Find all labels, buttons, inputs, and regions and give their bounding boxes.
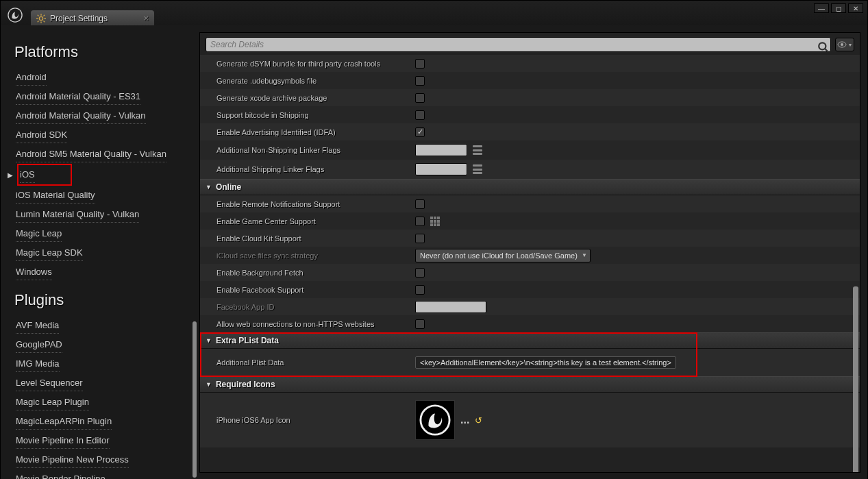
row-label: Support bitcode in Shipping	[200, 111, 412, 119]
row-label: Generate dSYM bundle for third party cra…	[200, 60, 412, 68]
array-edit-icon[interactable]	[473, 145, 482, 155]
section-extra-plist[interactable]: ▼ Extra PList Data	[200, 332, 860, 349]
sidebar-item[interactable]: Magic Leap	[16, 225, 62, 242]
section-online-label: Online	[216, 182, 241, 192]
app-icon-preview[interactable]	[415, 400, 455, 440]
sidebar-item-ios[interactable]: iOS	[20, 167, 35, 183]
text-input[interactable]	[415, 301, 486, 313]
sidebar-heading-platforms: Platforms	[14, 43, 193, 61]
row-label: Enable Advertising Identified (IDFA)	[200, 128, 412, 136]
sidebar-item[interactable]: Magic Leap SDK	[16, 245, 83, 261]
checkbox[interactable]	[415, 234, 425, 243]
svg-line-6	[38, 15, 39, 16]
chevron-right-icon: ▶	[8, 171, 13, 179]
section-icons-label: Required Icons	[216, 380, 275, 389]
row-label: Additional Shipping Linker Flags	[200, 165, 412, 173]
project-settings-window: Project Settings × — ◻ ✕ Platforms Andro…	[0, 0, 868, 479]
checkbox[interactable]	[415, 59, 425, 69]
gear-icon	[36, 14, 46, 23]
sidebar-item[interactable]: Magic Leap Plugin	[16, 394, 89, 410]
close-button[interactable]: ✕	[848, 3, 863, 13]
text-input[interactable]	[415, 144, 467, 156]
sidebar-item[interactable]: Movie Pipeline New Process	[16, 452, 129, 468]
svg-line-7	[44, 21, 45, 23]
titlebar: Project Settings × — ◻ ✕	[1, 1, 867, 25]
row-label: Allow web connections to non-HTTPS websi…	[200, 320, 412, 328]
checkbox[interactable]	[415, 319, 425, 329]
sidebar-item[interactable]: Android Material Quality - Vulkan	[16, 108, 146, 124]
triangle-down-icon: ▼	[206, 184, 212, 191]
svg-point-14	[421, 406, 449, 434]
svg-line-9	[44, 15, 45, 16]
row-label: iCloud save files sync strategy	[200, 251, 412, 260]
tab-close-button[interactable]: ×	[143, 13, 149, 23]
details-panel: ▼ Generate dSYM bundle for third party c…	[199, 32, 860, 473]
sidebar-item[interactable]: Android	[16, 69, 47, 86]
grid-icon[interactable]	[430, 217, 440, 226]
maximize-button[interactable]: ◻	[831, 3, 846, 13]
checkbox[interactable]	[415, 110, 425, 120]
array-edit-icon[interactable]	[473, 164, 482, 174]
browse-button[interactable]: ...	[460, 414, 469, 426]
row-label: Enable Facebook Support	[200, 286, 412, 294]
sidebar-item[interactable]: Level Sequencer	[16, 375, 83, 391]
reset-icon[interactable]: ↺	[475, 415, 482, 426]
row-label: Generate xcode archive package	[200, 94, 412, 102]
section-required-icons[interactable]: ▼ Required Icons	[200, 376, 860, 393]
view-options-dropdown[interactable]: ▼	[835, 38, 854, 51]
row-label: iPhone iOS6 App Icon	[200, 416, 412, 424]
sidebar-item[interactable]: Android Material Quality - ES31	[16, 88, 140, 105]
sidebar-item[interactable]: Android SM5 Material Quality - Vulkan	[16, 146, 166, 162]
dropdown[interactable]: Never (do not use iCloud for Load/Save G…	[415, 249, 591, 262]
svg-point-10	[819, 42, 826, 49]
sidebar-item[interactable]: GooglePAD	[16, 336, 62, 353]
svg-point-13	[841, 43, 843, 46]
search-icon	[817, 41, 830, 53]
sidebar-item[interactable]: Lumin Material Quality - Vulkan	[16, 206, 139, 223]
eye-icon	[837, 41, 847, 48]
checkbox[interactable]	[415, 93, 425, 103]
sidebar: Platforms AndroidAndroid Material Qualit…	[1, 25, 199, 479]
triangle-down-icon: ▼	[206, 337, 212, 344]
checkbox[interactable]	[415, 199, 425, 209]
checkbox[interactable]	[415, 217, 425, 226]
row-label: Additional Plist Data	[200, 358, 412, 367]
row-label: Generate .udebugsymbols file	[200, 77, 412, 85]
sidebar-item[interactable]: AVF Media	[16, 317, 59, 334]
text-input[interactable]	[415, 163, 467, 175]
svg-line-11	[825, 49, 828, 52]
minimize-button[interactable]: —	[814, 3, 829, 13]
row-label: Enable Game Center Support	[200, 217, 412, 225]
row-label: Enable Background Fetch	[200, 269, 412, 277]
svg-point-1	[39, 16, 42, 20]
sidebar-item[interactable]: IMG Media	[16, 356, 60, 372]
checkbox[interactable]	[415, 268, 425, 278]
svg-point-0	[8, 8, 22, 22]
section-plist-label: Extra PList Data	[216, 336, 279, 345]
row-label: Additional Non-Shipping Linker Flags	[200, 146, 412, 154]
sidebar-item[interactable]: MagicLeapARPin Plugin	[16, 413, 112, 430]
details-scrollbar[interactable]	[853, 286, 858, 472]
triangle-down-icon: ▼	[206, 381, 212, 388]
sidebar-item[interactable]: Windows	[16, 264, 52, 280]
search-input[interactable]	[206, 37, 831, 52]
tab-label: Project Settings	[50, 14, 108, 23]
window-buttons: — ◻ ✕	[814, 3, 863, 13]
section-online[interactable]: ▼ Online	[200, 179, 860, 195]
chevron-down-icon: ▼	[848, 42, 853, 47]
row-label: Enable Cloud Kit Support	[200, 234, 412, 243]
sidebar-item[interactable]: iOS Material Quality	[16, 187, 95, 204]
plist-data-input[interactable]: <key>AdditionalElement</key>\n<string>th…	[415, 356, 676, 369]
checkbox[interactable]	[415, 127, 425, 137]
sidebar-scrollbar[interactable]	[193, 321, 197, 478]
row-label: Facebook App ID	[200, 303, 412, 311]
unreal-logo-icon	[5, 5, 25, 25]
sidebar-item[interactable]: Movie Pipeline In Editor	[16, 432, 110, 449]
checkbox[interactable]	[415, 76, 425, 86]
sidebar-item[interactable]: Android SDK	[16, 127, 67, 143]
sidebar-heading-plugins: Plugins	[14, 291, 193, 309]
tab-project-settings[interactable]: Project Settings ×	[31, 10, 154, 27]
checkbox[interactable]	[415, 285, 425, 295]
sidebar-item[interactable]: Movie Render Pipeline	[16, 471, 106, 479]
row-label: Enable Remote Notifications Support	[200, 200, 412, 208]
